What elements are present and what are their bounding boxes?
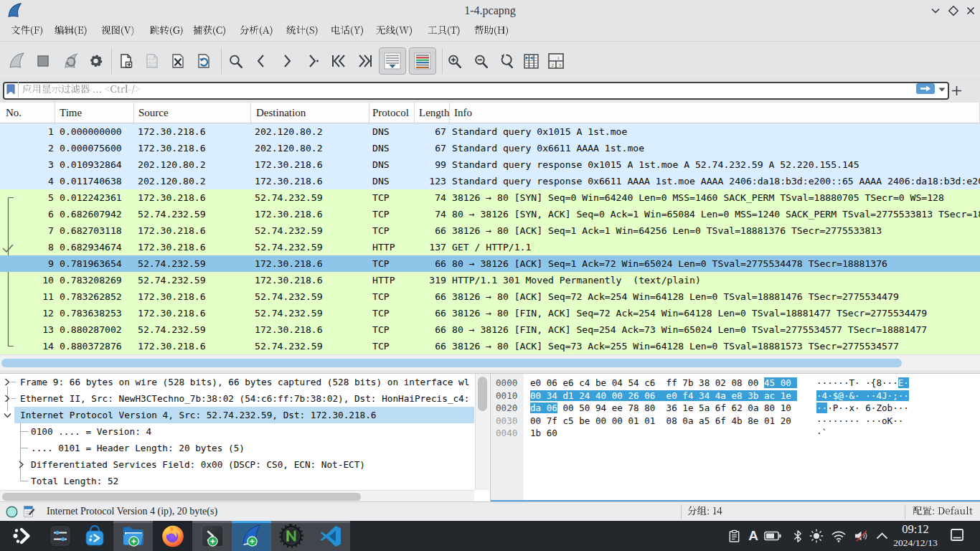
menu-item-file[interactable] — [8, 22, 47, 41]
toolbar-colorize-button[interactable] — [409, 47, 436, 75]
detail-row[interactable]: Total Length: 52 — [0, 473, 474, 489]
detail-row[interactable]: Differentiated Services Field: 0x00 (DSC… — [0, 456, 474, 473]
detail-row[interactable]: Ethernet II, Src: NewH3CTechno_7b:38:02 … — [0, 390, 474, 407]
toolbar-go-forward-button[interactable] — [273, 47, 301, 75]
packet-row-3[interactable]: 30.010932864202.120.80.2172.30.218.6DNS9… — [0, 156, 980, 173]
toolbar-start-capture-button[interactable] — [4, 47, 31, 75]
taskbar-wifi-button[interactable] — [829, 524, 848, 548]
toolbar-zoom-in-button[interactable] — [440, 47, 468, 75]
packet-list-horizontal-scrollbar[interactable] — [0, 354, 980, 370]
detail-row[interactable]: Internet Protocol Version 4, Src: 52.74.… — [0, 407, 474, 423]
packet-row-5[interactable]: 50.012242361172.30.218.652.74.232.59TCP7… — [0, 189, 980, 206]
close-button[interactable] — [961, 0, 980, 22]
packet-row-4[interactable]: 40.011740638202.120.80.2172.30.218.6DNS1… — [0, 173, 980, 189]
toolbar-go-first-packet-button[interactable] — [324, 47, 352, 75]
menu-item-capture[interactable] — [190, 22, 230, 41]
packet-row-12[interactable]: 120.783638253172.30.218.652.74.232.59TCP… — [0, 305, 980, 321]
toolbar-go-back-button[interactable] — [248, 47, 275, 75]
details-vertical-scrollbar[interactable] — [475, 374, 489, 490]
column-header-destination[interactable]: Destination — [251, 103, 369, 123]
menu-item-wireless[interactable] — [373, 22, 416, 41]
column-header-no[interactable]: No. — [0, 103, 55, 123]
packet-row-6[interactable]: 60.68260794252.74.232.59172.30.218.6TCP7… — [0, 206, 980, 222]
menu-item-statistics[interactable] — [283, 22, 321, 41]
taskbar-wireshark-button[interactable] — [232, 521, 271, 551]
taskbar-volume-muted-button[interactable] — [852, 524, 870, 548]
taskbar-clock[interactable]: 09:12 2024/12/13 — [888, 521, 943, 551]
detail-row[interactable]: .... 0101 = Header Length: 20 bytes (5) — [0, 440, 474, 456]
column-header-time[interactable]: Time — [55, 103, 134, 123]
capture-comment-button[interactable] — [23, 505, 36, 518]
toolbar-stop-capture-button[interactable] — [29, 47, 57, 75]
hex-row-0040[interactable]: 00401b 60·` — [491, 427, 980, 440]
menu-item-view[interactable] — [98, 22, 138, 41]
menu-item-telephony[interactable] — [328, 22, 367, 41]
taskbar-launcher-button[interactable] — [10, 523, 36, 549]
toolbar-close-file-button[interactable] — [164, 47, 192, 75]
toolbar-restart-capture-button[interactable] — [57, 47, 85, 75]
toolbar-auto-scroll-button[interactable] — [379, 47, 406, 75]
packet-list-scrollbar-thumb[interactable] — [1, 359, 902, 367]
filter-dropdown-button[interactable] — [938, 88, 946, 92]
display-filter-input[interactable] — [3, 82, 949, 100]
hex-row-0030[interactable]: 003000 7f c5 be 00 00 01 01 08 0a a5 6f … — [491, 415, 980, 428]
taskbar-neovim-button[interactable] — [271, 521, 311, 551]
expert-info-button[interactable] — [6, 506, 18, 518]
toolbar-go-to-packet-button[interactable] — [299, 47, 326, 75]
taskbar-control-center-button[interactable] — [47, 523, 73, 549]
column-header-info[interactable]: Info — [450, 103, 980, 123]
add-filter-button[interactable] — [948, 82, 964, 100]
packet-row-14[interactable]: 140.880372876172.30.218.652.74.232.59TCP… — [0, 338, 980, 354]
detail-row[interactable]: 0100 .... = Version: 4 — [0, 423, 474, 440]
taskbar-terminal-button[interactable] — [192, 521, 232, 551]
toolbar-layout-preset-button[interactable]: 123 — [542, 47, 570, 75]
profile-label[interactable] — [913, 506, 973, 518]
menu-item-edit[interactable] — [52, 22, 90, 41]
packet-row-10[interactable]: 100.78320826952.74.232.59172.30.218.6HTT… — [0, 272, 980, 288]
taskbar-file-manager-button[interactable] — [113, 521, 153, 551]
column-header-length[interactable]: Length — [415, 103, 450, 123]
toolbar-zoom-out-button[interactable] — [467, 47, 494, 75]
menu-item-help[interactable] — [471, 22, 512, 41]
toolbar-resize-columns-button[interactable] — [517, 47, 545, 75]
packet-row-11[interactable]: 110.783262852172.30.218.652.74.232.59TCP… — [0, 288, 980, 305]
toolbar-reload-file-button[interactable] — [190, 47, 217, 75]
toolbar-zoom-reset-button[interactable] — [492, 47, 519, 75]
taskbar-battery-button[interactable] — [763, 524, 782, 548]
toolbar-find-packet-button[interactable] — [222, 47, 249, 75]
details-hscrollbar-thumb[interactable] — [2, 493, 361, 501]
toolbar-capture-options-button[interactable] — [82, 47, 109, 75]
column-header-protocol[interactable]: Protocol — [369, 103, 415, 123]
taskbar-bluetooth-button[interactable] — [788, 524, 807, 548]
show-desktop-button[interactable] — [951, 529, 963, 541]
taskbar-clipboard-button[interactable] — [725, 524, 743, 548]
filter-bookmark-button[interactable] — [3, 82, 19, 97]
apply-filter-button[interactable] — [916, 83, 935, 94]
packet-row-8[interactable]: 80.682934674172.30.218.652.74.232.59HTTP… — [0, 239, 980, 255]
packet-row-13[interactable]: 130.88028700252.74.232.59172.30.218.6TCP… — [0, 321, 980, 338]
packet-row-1[interactable]: 10.000000000172.30.218.6202.120.80.2DNS6… — [0, 123, 980, 140]
minimize-button[interactable] — [926, 0, 945, 22]
hex-row-0020[interactable]: 0020da 06 00 50 94 ee 78 80 36 1e 5a 6f … — [491, 402, 980, 415]
toolbar-go-last-packet-button[interactable] — [352, 47, 379, 75]
toolbar-open-file-button[interactable] — [113, 47, 140, 75]
maximize-button[interactable] — [944, 0, 963, 22]
menu-item-analyze[interactable] — [237, 22, 276, 41]
details-horizontal-scrollbar[interactable] — [0, 490, 474, 502]
taskbar-vscode-button[interactable] — [311, 521, 350, 551]
packet-row-2[interactable]: 20.000075600172.30.218.6202.120.80.2DNS6… — [0, 140, 980, 156]
menu-item-go[interactable] — [147, 22, 187, 41]
detail-row[interactable]: Frame 9: 66 bytes on wire (528 bits), 66… — [0, 374, 474, 390]
menu-item-tools[interactable] — [425, 22, 463, 41]
hex-row-0010[interactable]: 001000 34 d1 24 40 00 26 06 e0 f4 34 4a … — [491, 390, 980, 402]
toolbar-save-file-button[interactable]: 010101100011 — [138, 47, 166, 75]
packet-row-9[interactable]: 90.78196365452.74.232.59172.30.218.6TCP6… — [0, 255, 980, 272]
taskbar-brightness-button[interactable] — [807, 524, 826, 548]
title-bar[interactable]: 1-4.pcapng — [0, 0, 980, 22]
hex-row-0000[interactable]: 0000e0 06 e6 c4 be 04 54 c6 ff 7b 38 02 … — [491, 377, 980, 390]
details-vscrollbar-thumb[interactable] — [478, 377, 487, 411]
taskbar-app-store-button[interactable] — [82, 523, 108, 549]
packet-row-7[interactable]: 70.682703118172.30.218.652.74.232.59TCP6… — [0, 222, 980, 239]
taskbar-input-method-button[interactable]: A — [744, 524, 763, 548]
column-header-source[interactable]: Source — [134, 103, 251, 123]
